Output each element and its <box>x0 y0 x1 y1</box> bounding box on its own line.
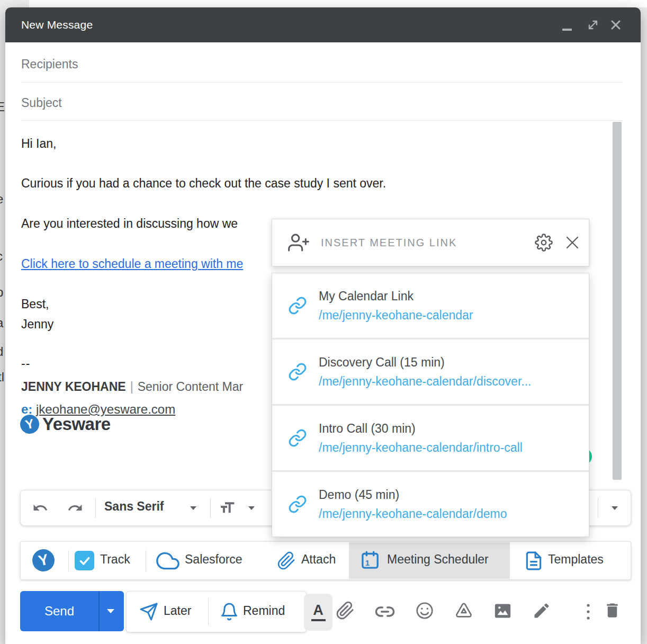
discard-trash-icon[interactable] <box>603 601 622 620</box>
meeting-link-item-intro-call[interactable]: Intro Call (30 min)/me/jenny-keohane-cal… <box>272 404 589 470</box>
meeting-scheduler-calendar-icon[interactable]: 1 <box>360 550 381 571</box>
background-text-fragment: a <box>0 316 3 330</box>
remind-label[interactable]: Remind <box>243 604 285 618</box>
screen: E e c p a d tl New Message Recipients Su… <box>0 0 647 644</box>
link-chain-icon <box>288 428 307 448</box>
user-plus-icon <box>288 232 309 253</box>
meeting-link-list: My Calendar Link/me/jenny-keohane-calend… <box>272 273 589 537</box>
popup-close-icon[interactable] <box>564 235 580 251</box>
send-later-label[interactable]: Later <box>164 604 191 618</box>
body-scrollbar[interactable] <box>613 122 622 480</box>
templates-document-icon[interactable] <box>524 551 544 571</box>
meeting-link-label: Intro Call (30 min) <box>319 422 523 436</box>
signature-name: JENNY KEOHANE <box>21 380 126 393</box>
background-text-fragment: tl <box>0 370 4 384</box>
send-options-chevron-icon[interactable] <box>107 609 114 613</box>
body-line-signoff[interactable]: Jenny <box>21 317 53 332</box>
yesware-signature-logo: Y Yesware <box>20 414 111 434</box>
signature-name-line: JENNY KEOHANE|Senior Content Mar <box>21 380 243 394</box>
meeting-link-url: /me/jenny-keohane-calendar/demo <box>319 507 507 521</box>
background-text-fragment: p <box>0 285 3 300</box>
toolbar-divider <box>598 498 598 518</box>
meeting-scheduler-label[interactable]: Meeting Scheduler <box>387 552 489 567</box>
chevron-down-icon[interactable] <box>248 506 255 510</box>
meeting-link-url: /me/jenny-keohane-calendar <box>319 308 473 323</box>
undo-icon[interactable] <box>32 500 48 516</box>
track-checkbox[interactable] <box>75 551 94 570</box>
field-divider <box>21 120 623 121</box>
send-split-divider <box>98 591 100 631</box>
meeting-link-label: Discovery Call (15 min) <box>319 355 531 370</box>
signature-divider: -- <box>21 356 30 371</box>
yesware-logo-icon: Y <box>19 413 41 436</box>
body-line-greeting[interactable]: Hi Ian, <box>21 137 56 151</box>
insert-link-icon[interactable] <box>375 604 395 619</box>
text-size-icon[interactable] <box>219 499 236 516</box>
body-line-closing[interactable]: Best, <box>21 297 49 311</box>
emoji-icon[interactable] <box>415 601 434 620</box>
minimize-icon[interactable] <box>562 29 572 31</box>
link-chain-icon <box>288 495 307 514</box>
popup-title: INSERT MEETING LINK <box>321 237 535 249</box>
toolbar-divider <box>68 550 69 571</box>
meeting-link-url: /me/jenny-keohane-calendar/discover... <box>319 374 531 389</box>
track-label[interactable]: Track <box>100 552 130 567</box>
background-text-fragment: E <box>0 100 5 114</box>
attach-label[interactable]: Attach <box>301 552 336 567</box>
gear-icon[interactable] <box>535 234 553 252</box>
recipients-input[interactable]: Recipients <box>21 57 78 71</box>
meeting-link-item-demo[interactable]: Demo (45 min)/me/jenny-keohane-calendar/… <box>272 470 589 536</box>
chevron-down-icon[interactable] <box>190 506 196 510</box>
send-button-label[interactable]: Send <box>20 591 98 631</box>
salesforce-cloud-icon[interactable] <box>156 549 179 573</box>
background-page-strip <box>29 0 647 7</box>
toolbar-divider <box>95 498 96 518</box>
more-options-icon[interactable] <box>586 603 591 621</box>
format-a-icon: A <box>313 603 324 618</box>
signature-role: Senior Content Mar <box>138 380 243 393</box>
background-text-fragment: e <box>0 192 3 207</box>
window-title: New Message <box>21 7 93 42</box>
yesware-logo-text: Yesware <box>42 414 111 434</box>
toolbar-divider <box>208 598 209 625</box>
close-icon[interactable] <box>610 19 622 31</box>
send-later-group: Later Remind <box>126 591 307 632</box>
meeting-link-label: My Calendar Link <box>319 289 473 303</box>
meeting-link-item-my-calendar[interactable]: My Calendar Link/me/jenny-keohane-calend… <box>272 273 589 338</box>
redo-icon[interactable] <box>67 500 83 516</box>
more-formatting-chevron-icon[interactable] <box>612 506 618 510</box>
insert-meeting-link-popup-header: INSERT MEETING LINK <box>272 219 589 266</box>
remind-bell-icon[interactable] <box>220 602 239 621</box>
send-later-plane-icon[interactable] <box>139 602 158 621</box>
templates-label[interactable]: Templates <box>548 552 604 567</box>
salesforce-label[interactable]: Salesforce <box>185 552 242 567</box>
link-chain-icon <box>288 362 307 381</box>
field-divider <box>21 82 623 83</box>
format-a-underline <box>311 619 326 621</box>
fullscreen-icon[interactable] <box>587 19 599 31</box>
send-button[interactable]: Send <box>20 591 124 631</box>
font-family-select[interactable]: Sans Serif <box>104 499 164 514</box>
link-chain-icon <box>288 296 307 315</box>
google-drive-icon[interactable] <box>454 601 473 620</box>
body-line-para2[interactable]: Are you interested in discussing how we <box>21 217 238 231</box>
meeting-link-item-discovery-call[interactable]: Discovery Call (15 min)/me/jenny-keohane… <box>272 338 589 404</box>
yesware-toolbar-logo-icon[interactable]: Y <box>32 549 55 571</box>
meeting-link-label: Demo (45 min) <box>319 488 507 502</box>
subject-input[interactable]: Subject <box>21 96 62 110</box>
yesware-toolbar: Y Track Salesforce Attach 1 <box>20 541 631 580</box>
toolbar-divider <box>146 550 146 571</box>
insert-image-icon[interactable] <box>493 601 513 621</box>
meeting-link-url: /me/jenny-keohane-calendar/intro-call <box>319 441 523 455</box>
compose-titlebar[interactable]: New Message <box>5 7 641 42</box>
signature-separator: | <box>126 380 138 393</box>
body-line-para1[interactable]: Curious if you had a chance to check out… <box>21 176 386 191</box>
background-text-fragment: c <box>0 249 3 264</box>
formatting-options-button[interactable]: A <box>304 594 333 631</box>
pen-icon[interactable] <box>532 601 551 620</box>
svg-text:1: 1 <box>365 558 370 567</box>
schedule-meeting-link[interactable]: Click here to schedule a meeting with me <box>21 257 243 271</box>
attach-paperclip-icon[interactable] <box>277 551 296 570</box>
background-text-fragment: d <box>0 344 3 359</box>
attach-files-icon[interactable] <box>336 601 355 620</box>
